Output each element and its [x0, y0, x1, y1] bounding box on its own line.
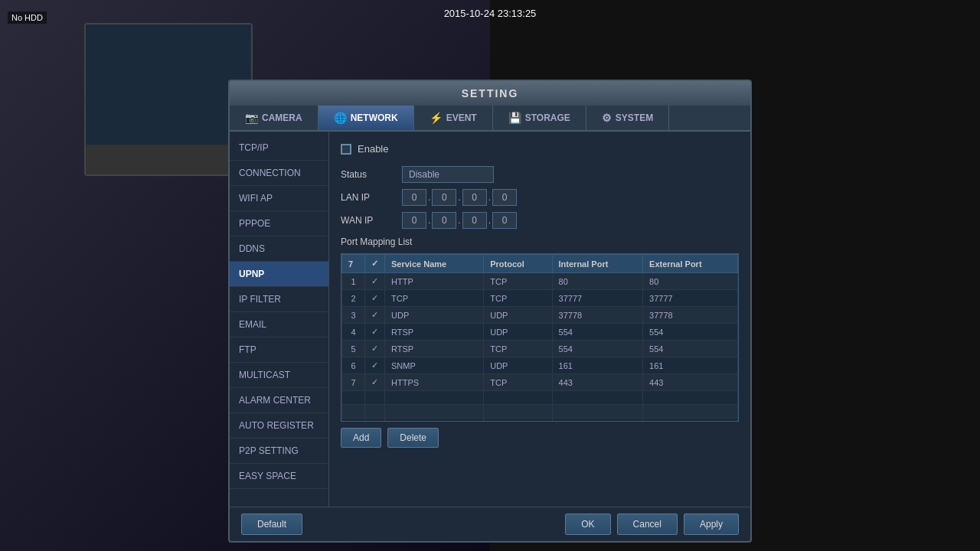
row-protocol: UDP — [484, 324, 552, 341]
row-service: TCP — [385, 290, 484, 307]
table-row[interactable]: 4 ✓ RTSP UDP 554 554 — [342, 324, 738, 341]
enable-label: Enable — [358, 143, 388, 155]
row-service: HTTP — [385, 273, 484, 290]
add-button[interactable]: Add — [341, 428, 381, 448]
port-mapping-title: Port Mapping List — [341, 236, 739, 247]
tab-event[interactable]: ⚡ EVENT — [414, 106, 493, 130]
table-row[interactable]: 1 ✓ HTTP TCP 80 80 — [342, 273, 738, 290]
lan-ip-octet-3[interactable] — [462, 189, 487, 206]
row-internal: 37777 — [552, 290, 643, 307]
network-tab-icon: 🌐 — [334, 112, 347, 124]
row-check[interactable]: ✓ — [365, 357, 385, 374]
enable-checkbox[interactable] — [341, 144, 351, 155]
row-num: 2 — [342, 290, 365, 307]
table-row[interactable]: 3 ✓ UDP UDP 37778 37778 — [342, 307, 738, 324]
lan-ip-field: . . . — [402, 189, 517, 206]
sidebar-item-ipfilter[interactable]: IP FILTER — [230, 287, 328, 312]
table-row[interactable]: 6 ✓ SNMP UDP 161 161 — [342, 357, 738, 374]
row-external: 554 — [643, 341, 738, 357]
lan-ip-octet-1[interactable] — [402, 189, 426, 206]
sidebar-item-pppoe[interactable]: PPPOE — [230, 211, 328, 236]
row-check[interactable]: ✓ — [365, 273, 385, 290]
row-external: 443 — [643, 374, 738, 391]
content-area: TCP/IP CONNECTION WIFI AP PPPOE DDNS UPN… — [230, 132, 750, 507]
sidebar-item-tcpip[interactable]: TCP/IP — [230, 135, 328, 161]
wan-ip-octet-2[interactable] — [432, 212, 456, 229]
row-protocol: TCP — [484, 341, 552, 357]
col-internal: Internal Port — [552, 255, 643, 273]
row-internal: 554 — [552, 341, 643, 357]
system-tab-label: SYSTEM — [616, 112, 653, 123]
row-num: 4 — [342, 324, 365, 341]
timestamp: 2015-10-24 23:13:25 — [444, 8, 537, 19]
row-internal: 443 — [552, 374, 643, 391]
lan-ip-octet-2[interactable] — [432, 189, 456, 206]
table-row-empty — [342, 405, 738, 419]
lan-ip-octet-4[interactable] — [492, 189, 517, 206]
row-check[interactable]: ✓ — [365, 290, 385, 307]
sidebar-item-ftp[interactable]: FTP — [230, 337, 328, 363]
row-external: 161 — [643, 357, 738, 374]
sidebar-item-autoregister[interactable]: AUTO REGISTER — [230, 413, 328, 439]
row-service: RTSP — [385, 324, 484, 341]
row-num: 5 — [342, 341, 365, 357]
lan-ip-dot-2: . — [458, 192, 460, 203]
laptop-image — [84, 23, 253, 176]
lan-ip-label: LAN IP — [341, 192, 402, 203]
row-service: UDP — [385, 307, 484, 324]
row-service: RTSP — [385, 341, 484, 357]
delete-button[interactable]: Delete — [387, 428, 439, 448]
table-row[interactable]: 5 ✓ RTSP TCP 554 554 — [342, 341, 738, 357]
sidebar-item-connection[interactable]: CONNECTION — [230, 161, 328, 186]
row-check[interactable]: ✓ — [365, 324, 385, 341]
sidebar-item-email[interactable]: EMAIL — [230, 312, 328, 337]
sidebar-item-alarmcenter[interactable]: ALARM CENTER — [230, 388, 328, 413]
system-tab-icon: ⚙ — [602, 112, 612, 124]
table-header-row: 7 ✓ Service Name Protocol Internal Port … — [342, 255, 738, 273]
col-num: 7 — [342, 255, 365, 273]
wan-ip-row: WAN IP . . . — [341, 212, 739, 229]
sidebar-item-wifiap[interactable]: WIFI AP — [230, 186, 328, 211]
col-protocol: Protocol — [484, 255, 552, 273]
row-internal: 161 — [552, 357, 643, 374]
row-check[interactable]: ✓ — [365, 374, 385, 391]
wan-ip-octet-1[interactable] — [402, 212, 426, 229]
camera-tab-icon: 📷 — [245, 112, 258, 124]
ok-button[interactable]: OK — [565, 514, 610, 535]
sidebar-item-multicast[interactable]: MULTICAST — [230, 363, 328, 388]
default-button[interactable]: Default — [241, 514, 302, 535]
port-mapping-table: 7 ✓ Service Name Protocol Internal Port … — [341, 254, 738, 422]
event-tab-label: EVENT — [446, 112, 477, 123]
tab-storage[interactable]: 💾 STORAGE — [493, 106, 586, 130]
lan-ip-dot-1: . — [428, 192, 430, 203]
sidebar-item-upnp[interactable]: UPNP — [230, 262, 328, 287]
tab-camera[interactable]: 📷 CAMERA — [230, 106, 318, 130]
table-row-empty — [342, 391, 738, 405]
apply-button[interactable]: Apply — [684, 514, 739, 535]
status-field[interactable] — [402, 166, 494, 183]
storage-tab-label: STORAGE — [525, 112, 570, 123]
row-num: 7 — [342, 374, 365, 391]
row-protocol: TCP — [484, 290, 552, 307]
wan-ip-dot-3: . — [488, 215, 491, 226]
wan-ip-octet-4[interactable] — [492, 212, 517, 229]
row-check[interactable]: ✓ — [365, 341, 385, 357]
table-row[interactable]: 2 ✓ TCP TCP 37777 37777 — [342, 290, 738, 307]
network-tab-label: NETWORK — [351, 112, 398, 123]
tab-network[interactable]: 🌐 NETWORK — [318, 106, 414, 130]
row-check[interactable]: ✓ — [365, 307, 385, 324]
row-external: 37778 — [643, 307, 738, 324]
action-left: Default — [241, 514, 302, 535]
row-external: 80 — [643, 273, 738, 290]
port-mapping-table-container[interactable]: 7 ✓ Service Name Protocol Internal Port … — [341, 253, 739, 422]
table-row[interactable]: 7 ✓ HTTPS TCP 443 443 — [342, 374, 738, 391]
row-internal: 37778 — [552, 307, 643, 324]
sidebar-item-ddns[interactable]: DDNS — [230, 236, 328, 262]
camera-tab-label: CAMERA — [262, 112, 302, 123]
sidebar-item-easyspace[interactable]: EASY SPACE — [230, 464, 328, 489]
col-external: External Port — [643, 255, 738, 273]
tab-system[interactable]: ⚙ SYSTEM — [586, 106, 669, 130]
wan-ip-octet-3[interactable] — [462, 212, 487, 229]
sidebar-item-p2psetting[interactable]: P2P SETTING — [230, 439, 328, 464]
cancel-button[interactable]: Cancel — [617, 514, 678, 535]
